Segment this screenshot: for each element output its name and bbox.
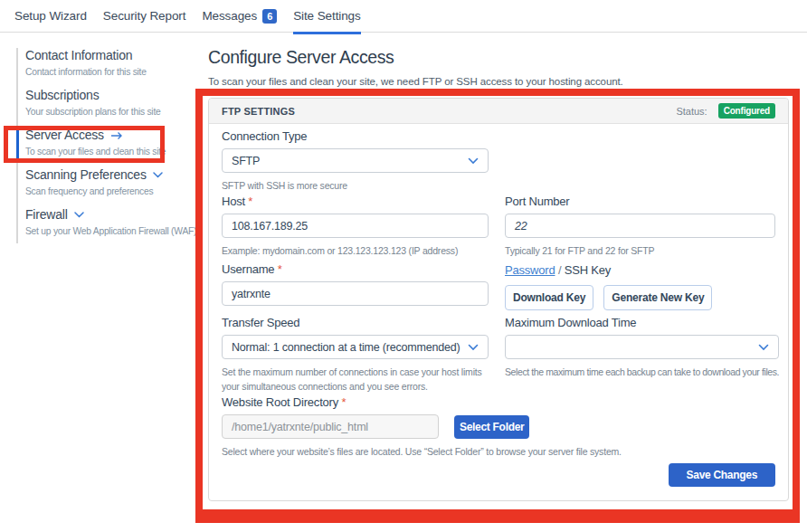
username-value: yatrxnte (232, 288, 271, 300)
required-asterisk: * (248, 195, 252, 208)
host-label: Host * (222, 195, 489, 208)
port-helper: Typically 21 for FTP and 22 for SFTP (505, 243, 775, 258)
host-field: Host * 108.167.189.25 Example: mydomain.… (222, 195, 489, 258)
tab-setup-wizard[interactable]: Setup Wizard (14, 0, 87, 33)
max-download-time-field: Maximum Download Time Select the maximum… (505, 316, 779, 394)
tab-label: Security Report (103, 9, 186, 23)
tab-messages[interactable]: Messages6 (202, 0, 277, 33)
tab-site-settings[interactable]: Site Settings (293, 0, 361, 33)
tab-label: Setup Wizard (14, 9, 87, 23)
auth-separator: / (558, 263, 561, 277)
ftp-settings-panel: FTP SETTINGS Status: Configured Connecti… (208, 98, 789, 501)
sidebar-item-title: Contact Information (25, 48, 199, 63)
connection-type-field: Connection Type SFTP SFTP with SSH is mo… (222, 129, 489, 193)
tab-security-report[interactable]: Security Report (103, 0, 186, 33)
ftp-settings-header: FTP SETTINGS Status: Configured (209, 99, 788, 124)
password-link[interactable]: Password (505, 263, 555, 277)
sidebar-item-title: Server Access (25, 128, 104, 143)
max-download-time-helper: Select the maximum time each backup can … (505, 365, 779, 379)
max-download-time-select[interactable] (505, 335, 779, 359)
transfer-speed-field: Transfer Speed Normal: 1 connection at a… (222, 316, 489, 394)
host-helper: Example: mydomain.com or 123.123.123.123… (222, 243, 489, 258)
page-title: Configure Server Access (208, 47, 789, 68)
status-label: Status: (676, 106, 707, 117)
root-directory-label: Website Root Directory * (222, 395, 775, 409)
chevron-down-icon (758, 344, 769, 351)
arrow-right-icon (110, 131, 123, 140)
messages-count-badge: 6 (262, 9, 277, 24)
sidebar-item-title: Firewall (25, 207, 68, 223)
ssh-key-label: SSH Key (565, 263, 611, 277)
ftp-settings-body: Connection Type SFTP SFTP with SSH is mo… (209, 124, 788, 500)
settings-sidebar: Contact Information Contact information … (0, 48, 199, 247)
transfer-speed-helper: Set the maximum number of connections in… (222, 365, 489, 394)
max-download-time-label: Maximum Download Time (505, 316, 779, 329)
auth-toggle: Password / SSH Key (505, 263, 775, 277)
root-directory-field: Website Root Directory * /home1/yatrxnte… (222, 395, 775, 459)
chevron-down-icon (74, 212, 84, 218)
transfer-speed-value: Normal: 1 connection at a time (recommen… (232, 341, 460, 354)
connection-type-value: SFTP (232, 155, 260, 167)
host-value: 108.167.189.25 (232, 220, 308, 233)
port-input[interactable]: 22 (505, 214, 775, 238)
sidebar-item-title: Subscriptions (25, 88, 199, 103)
chevron-down-icon (468, 157, 479, 165)
status-badge: Configured (718, 103, 775, 119)
tab-bar: Setup Wizard Security Report Messages6 S… (0, 0, 807, 33)
username-field: Username * yatrxnte (222, 262, 489, 310)
chevron-down-icon (153, 172, 163, 178)
generate-new-key-button[interactable]: Generate New Key (603, 285, 712, 310)
port-field: Port Number 22 Typically 21 for FTP and … (505, 195, 775, 258)
connection-type-label: Connection Type (222, 129, 489, 143)
page-subtitle: To scan your files and clean your site, … (208, 76, 789, 87)
tab-label: Site Settings (293, 9, 361, 23)
save-changes-button[interactable]: Save Changes (669, 463, 775, 487)
download-key-button[interactable]: Download Key (505, 285, 593, 310)
connection-type-select[interactable]: SFTP (222, 148, 489, 173)
sidebar-item-subtitle: Contact information for this site (25, 67, 199, 77)
sidebar-item-subtitle: Set up your Web Application Firewall (WA… (25, 226, 199, 236)
sidebar-item-scanning-preferences[interactable]: Scanning Preferences Scan frequency and … (25, 167, 199, 196)
sidebar-item-contact-information[interactable]: Contact Information Contact information … (25, 48, 199, 77)
select-folder-button[interactable]: Select Folder (454, 415, 529, 439)
port-label: Port Number (505, 195, 775, 208)
sidebar-item-subtitle: To scan your files and clean this site (25, 147, 199, 157)
root-directory-placeholder: /home1/yatrxnte/public_html (232, 421, 368, 433)
transfer-speed-select[interactable]: Normal: 1 connection at a time (recommen… (222, 335, 489, 359)
tab-label: Messages (202, 9, 257, 23)
auth-field: Password / SSH Key Download Key Generate… (505, 262, 775, 310)
panel-title: FTP SETTINGS (222, 106, 295, 117)
root-directory-input[interactable]: /home1/yatrxnte/public_html (222, 414, 439, 439)
required-asterisk: * (278, 262, 282, 276)
chevron-down-icon (468, 344, 479, 351)
sidebar-item-firewall[interactable]: Firewall Set up your Web Application Fir… (25, 207, 199, 236)
port-value: 22 (515, 220, 527, 233)
sidebar-item-title: Scanning Preferences (25, 167, 147, 183)
root-directory-helper: Select where your website’s files are lo… (222, 444, 775, 459)
main-content: Configure Server Access To scan your fil… (208, 41, 789, 501)
required-asterisk: * (341, 395, 346, 409)
sidebar-item-subscriptions[interactable]: Subscriptions Your subscription plans fo… (25, 88, 199, 117)
host-input[interactable]: 108.167.189.25 (222, 214, 489, 238)
username-label: Username * (222, 262, 489, 276)
sidebar-item-subtitle: Your subscription plans for this site (25, 107, 199, 117)
connection-type-helper: SFTP with SSH is more secure (222, 178, 489, 193)
sidebar-item-subtitle: Scan frequency and preferences (25, 186, 199, 196)
sidebar-item-server-access[interactable]: Server Access To scan your files and cle… (25, 128, 199, 157)
transfer-speed-label: Transfer Speed (222, 316, 489, 329)
username-input[interactable]: yatrxnte (222, 281, 489, 306)
